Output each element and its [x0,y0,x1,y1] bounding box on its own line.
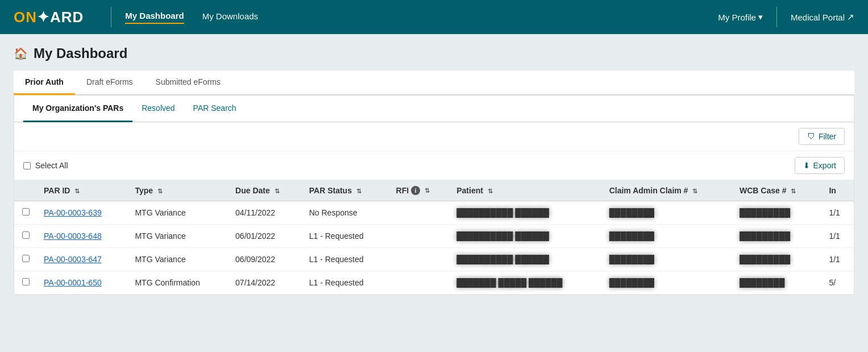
row-patient: ██████████ ██████ [450,248,602,271]
export-label: Export [813,161,836,170]
external-link-icon: ↗ [847,12,854,22]
export-button[interactable]: ⬇ Export [795,157,845,174]
row-par-status: L1 - Requested [302,225,389,248]
filter-label: Filter [819,132,836,141]
rfi-info-icon[interactable]: i [411,186,420,195]
row-rfi [389,225,450,248]
nav-portal-button[interactable]: Medical Portal ↗ [791,12,854,22]
col-wcb-case-label: WCB Case # [740,186,786,195]
page-content: 🏠 My Dashboard Prior Auth Draft eForms S… [0,34,868,307]
row-wcb-case: █████████ [733,248,822,271]
select-all-left: Select All [23,161,68,170]
col-type[interactable]: Type ⇅ [128,180,229,201]
row-par-id: PA-00-0003-639 [37,201,128,225]
row-rfi [389,248,450,271]
par-id-link-0[interactable]: PA-00-0003-639 [44,208,102,217]
row-checkbox-2[interactable] [22,255,30,262]
par-id-link-2[interactable]: PA-00-0003-647 [44,255,102,264]
row-due-date: 06/01/2022 [229,225,302,248]
row-checkbox-3[interactable] [22,278,30,285]
col-par-status[interactable]: PAR Status ⇅ [302,180,389,201]
row-rfi [389,201,450,225]
nav-link-downloads[interactable]: My Downloads [202,11,258,23]
filter-row: ⛉ Filter [14,122,854,151]
col-patient-label: Patient [456,186,483,195]
data-table: PAR ID ⇅ Type ⇅ Due Date ⇅ PAR Status ⇅ [14,180,854,295]
row-due-date: 04/11/2022 [229,201,302,225]
tab-draft-eforms[interactable]: Draft eForms [75,71,144,95]
col-par-id[interactable]: PAR ID ⇅ [37,180,128,201]
col-wcb-case[interactable]: WCB Case # ⇅ [733,180,822,201]
top-navigation: ON✦ARD My Dashboard My Downloads My Prof… [0,0,868,34]
row-type: MTG Variance [128,248,229,271]
table-row: PA-00-0003-647 MTG Variance 06/09/2022 L… [14,248,854,271]
row-in: 1/1 [822,201,854,225]
logo-on: ON [14,9,37,26]
col-par-id-label: PAR ID [44,186,70,195]
col-rfi[interactable]: RFI i ⇅ [389,180,450,201]
col-patient[interactable]: Patient ⇅ [450,180,602,201]
col-par-status-label: PAR Status [309,186,352,195]
export-icon: ⬇ [803,161,810,170]
nav-link-dashboard[interactable]: My Dashboard [125,11,184,24]
sub-tab-par-search[interactable]: PAR Search [184,96,246,122]
row-claim-admin: ████████ [603,248,733,271]
row-checkbox-cell [14,201,37,225]
logo[interactable]: ON✦ARD [14,9,84,26]
row-claim-admin: ████████ [603,225,733,248]
col-claim-admin-label: Claim Admin Claim # [609,186,688,195]
top-tabs: Prior Auth Draft eForms Submitted eForms [14,71,854,95]
page-title: My Dashboard [34,45,127,61]
row-in: 5/ [822,271,854,295]
sort-icon-par-id: ⇅ [74,188,80,195]
portal-label: Medical Portal [791,13,845,22]
sort-icon-wcb-case: ⇅ [791,188,796,195]
col-claim-admin[interactable]: Claim Admin Claim # ⇅ [603,180,733,201]
row-checkbox-cell [14,225,37,248]
row-in: 1/1 [822,225,854,248]
tab-prior-auth[interactable]: Prior Auth [14,71,75,95]
sub-tab-my-org-pars[interactable]: My Organization's PARs [23,96,132,122]
row-checkbox-0[interactable] [22,208,30,216]
row-wcb-case: ████████ [733,271,822,295]
sub-tabs: My Organization's PARs Resolved PAR Sear… [14,96,854,122]
select-all-row: Select All ⬇ Export [14,151,854,180]
row-due-date: 06/09/2022 [229,248,302,271]
par-id-link-3[interactable]: PA-00-0001-650 [44,278,102,287]
sort-icon-patient: ⇅ [488,188,493,195]
select-all-label: Select All [35,161,68,170]
col-in-label: In [829,186,836,195]
row-par-id: PA-00-0003-648 [37,225,128,248]
table-row: PA-00-0003-639 MTG Variance 04/11/2022 N… [14,201,854,225]
tab-submitted-eforms[interactable]: Submitted eForms [144,71,232,95]
filter-button[interactable]: ⛉ Filter [799,128,845,145]
row-checkbox-cell [14,248,37,271]
col-rfi-label: RFI [396,186,409,195]
col-type-label: Type [135,186,153,195]
row-in: 1/1 [822,248,854,271]
sort-icon-claim-admin: ⇅ [692,188,697,195]
nav-right: My Profile ▾ Medical Portal ↗ [718,7,854,27]
select-all-checkbox[interactable] [23,162,31,169]
par-id-link-1[interactable]: PA-00-0003-648 [44,231,102,241]
sort-icon-rfi: ⇅ [425,187,430,194]
row-checkbox-1[interactable] [22,231,30,239]
col-in: In [822,180,854,201]
table-row: PA-00-0003-648 MTG Variance 06/01/2022 L… [14,225,854,248]
row-par-status: L1 - Requested [302,271,389,295]
table-body: PA-00-0003-639 MTG Variance 04/11/2022 N… [14,201,854,295]
table-row: PA-00-0001-650 MTG Confirmation 07/14/20… [14,271,854,295]
sub-tab-resolved[interactable]: Resolved [132,96,184,122]
row-claim-admin: ████████ [603,271,733,295]
row-par-status: L1 - Requested [302,248,389,271]
nav-links: My Dashboard My Downloads [125,11,718,24]
logo-text: ON✦ARD [14,9,84,26]
col-due-date-label: Due Date [235,186,270,195]
home-icon: 🏠 [14,47,28,60]
nav-divider-1 [111,7,111,27]
sort-icon-due-date: ⇅ [275,188,280,195]
col-due-date[interactable]: Due Date ⇅ [229,180,302,201]
sort-icon-type: ⇅ [157,188,163,195]
nav-profile-button[interactable]: My Profile ▾ [718,12,763,22]
row-par-id: PA-00-0001-650 [37,271,128,295]
